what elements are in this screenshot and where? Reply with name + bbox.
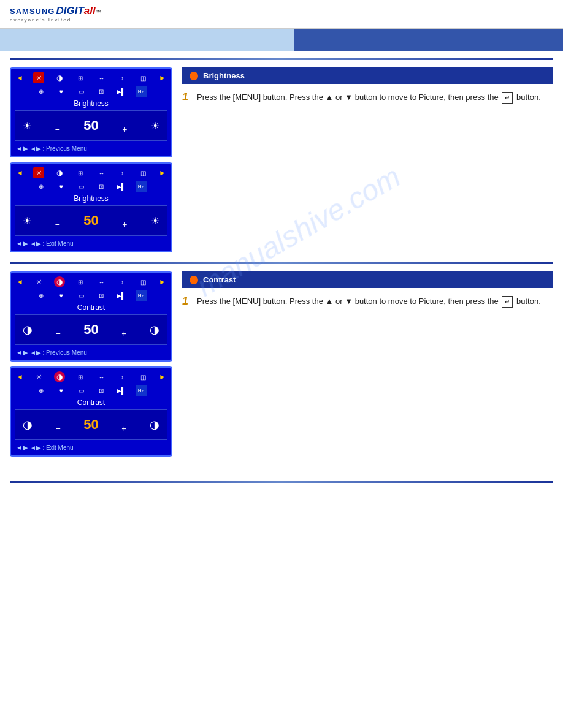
- brightness-step-1: 1 Press the [MENU] button. Press the ▲ o…: [182, 91, 553, 104]
- logo: SAMSUNG DIGITall ™ everyone's Invited: [10, 5, 101, 23]
- brightness-panel-2: ◄ ✳ ◑ ⊞ ↔ ↕ ◫ ► ⊕ ♥ ▭ ⊡ ▶▌ Hz: [10, 162, 172, 252]
- signal-icon-2: ⊡: [96, 181, 107, 192]
- signal-icon-c2: ⊡: [96, 385, 107, 396]
- contrast-step-1: 1 Press the [MENU] button. Press the ▲ o…: [182, 295, 553, 308]
- sun-right-icon-2: ☀: [151, 215, 159, 227]
- contrast-right-icon-2: ◑: [150, 418, 159, 431]
- right-arrow-icon-c2: ►: [159, 373, 166, 381]
- color-temp-icon-2: ↔: [96, 167, 107, 178]
- contrast-panel2-footer-text: ◄▶ : Exit Menu: [30, 444, 74, 451]
- left-arrow-icon-c2: ◄: [16, 373, 23, 381]
- right-arrow-icon: ►: [159, 74, 166, 82]
- hz-icon-c2: Hz: [136, 385, 147, 396]
- contrast-panel1-value: 50: [83, 322, 98, 338]
- position-icon: ⊕: [36, 86, 47, 97]
- left-arrow-icon-2: ◄: [16, 169, 23, 177]
- video-icon-c1: ▶▌: [115, 290, 126, 301]
- brightness-step-text: Press the [MENU] button. Press the ▲ or …: [197, 91, 541, 104]
- plus-icon: +: [122, 124, 127, 134]
- minus-icon: −: [55, 124, 60, 134]
- contrast-panel1-footer: ◄▶ ◄▶ : Previous Menu: [13, 347, 169, 358]
- sharpness-icon: ⊞: [75, 72, 86, 83]
- enter-icon-brightness: ↵: [502, 92, 513, 104]
- left-arrow-icon: ◄: [16, 74, 23, 82]
- contrast-panel1-title: Contrast: [13, 303, 169, 312]
- contrast-icon-c2: ◑: [54, 371, 65, 382]
- heart-icon-c1: ♥: [56, 290, 67, 301]
- contrast-left-icon-2: ◑: [23, 418, 33, 431]
- brightness-panel1-value-row: ☀ − 50 + ☀: [15, 110, 167, 141]
- brand-name: SAMSUNG: [10, 7, 55, 16]
- custom-icon-2: ◫: [138, 167, 149, 178]
- contrast-desc-header: Contrast: [182, 271, 553, 288]
- right-arrow-icon-c1: ►: [159, 278, 166, 286]
- signal-icon: ⊡: [96, 86, 107, 97]
- digit-part: DIGIT: [56, 5, 83, 17]
- brightness-panel1-footer: ◄▶ ◄▶ : Previous Menu: [13, 143, 169, 154]
- minus-icon-c2: −: [56, 423, 61, 433]
- brightness-desc-header: Brightness: [182, 67, 553, 84]
- contrast-icons-row-3: ◄ ✳ ◑ ⊞ ↔ ↕ ◫ ►: [13, 370, 169, 384]
- osd-icons-row-4: ⊕ ♥ ▭ ⊡ ▶▌ Hz: [13, 180, 169, 193]
- contrast-panel2-value: 50: [83, 417, 98, 433]
- contrast-icon: ◑: [54, 72, 65, 83]
- heart-icon-2: ♥: [56, 181, 67, 192]
- contrast-panel2-value-row: ◑ − 50 + ◑: [15, 409, 167, 440]
- main-content: ◄ ✳ ◑ ⊞ ↔ ↕ ◫ ► ⊕ ♥ ▭ ⊡ ▶▌ Hz: [0, 58, 563, 483]
- size-icon-c2: ↕: [117, 371, 128, 382]
- contrast-panel1-footer-text: ◄▶ : Previous Menu: [30, 349, 87, 356]
- footer-arrow-icon-2: ◄▶: [16, 240, 28, 248]
- signal-icon-c1: ⊡: [96, 290, 107, 301]
- size-icon-c1: ↕: [117, 276, 128, 287]
- right-arrow-icon-2: ►: [159, 169, 166, 177]
- video-icon-2: ▶▌: [115, 181, 126, 192]
- custom-icon-c2: ◫: [138, 371, 149, 382]
- all-part: all: [84, 5, 96, 17]
- hz-icon-2: Hz: [136, 181, 147, 192]
- plus-icon-c2: +: [121, 423, 126, 433]
- size-icon-2: ↕: [117, 167, 128, 178]
- contrast-icons-row-4: ⊕ ♥ ▭ ⊡ ▶▌ Hz: [13, 384, 169, 397]
- left-arrow-icon-c1: ◄: [16, 278, 23, 286]
- brightness-panel2-value-row: ☀ − 50 + ☀: [15, 205, 167, 236]
- section-divider-2: [10, 262, 553, 264]
- nav-bar: [0, 29, 563, 51]
- contrast-header-dot: [190, 276, 198, 284]
- position-icon-c2: ⊕: [36, 385, 47, 396]
- brightness-desc-column: Brightness 1 Press the [MENU] button. Pr…: [182, 67, 553, 252]
- brightness-panel1-footer-text: ◄▶ : Previous Menu: [30, 145, 87, 152]
- brightness-panel-1: ◄ ✳ ◑ ⊞ ↔ ↕ ◫ ► ⊕ ♥ ▭ ⊡ ▶▌ Hz: [10, 67, 172, 157]
- osd-icons-row-3: ◄ ✳ ◑ ⊞ ↔ ↕ ◫ ►: [13, 166, 169, 180]
- osd-icons-row-2: ⊕ ♥ ▭ ⊡ ▶▌ Hz: [13, 85, 169, 98]
- brightness-header-title: Brightness: [203, 71, 245, 80]
- contrast-icon-c1: ◑: [54, 276, 65, 287]
- contrast-left-icon: ◑: [23, 323, 33, 336]
- footer-arrow-icon: ◄▶: [16, 145, 28, 153]
- color-temp-icon-c2: ↔: [96, 371, 107, 382]
- position-icon-c1: ⊕: [36, 290, 47, 301]
- brightness-panel1-value: 50: [83, 118, 98, 134]
- monitor-icon-c2: ▭: [75, 385, 86, 396]
- color-temp-icon: ↔: [96, 72, 107, 83]
- contrast-panel-2: ◄ ✳ ◑ ⊞ ↔ ↕ ◫ ► ⊕ ♥ ▭ ⊡ ▶▌ Hz: [10, 366, 172, 457]
- contrast-section: ◄ ✳ ◑ ⊞ ↔ ↕ ◫ ► ⊕ ♥ ▭ ⊡ ▶▌ Hz: [10, 271, 553, 457]
- brightness-step-num: 1: [182, 91, 192, 102]
- plus-icon-2: +: [122, 219, 127, 229]
- minus-icon-2: −: [55, 219, 60, 229]
- brightness-icon-2: ✳: [33, 167, 44, 178]
- contrast-panel-1: ◄ ✳ ◑ ⊞ ↔ ↕ ◫ ► ⊕ ♥ ▭ ⊡ ▶▌ Hz: [10, 271, 172, 362]
- footer-arrow-icon-c2: ◄▶: [16, 444, 28, 452]
- contrast-right-icon: ◑: [150, 323, 159, 336]
- nav-bar-left: [0, 29, 294, 51]
- contrast-step-text: Press the [MENU] button. Press the ▲ or …: [197, 295, 541, 308]
- monitor-icon: ▭: [75, 86, 86, 97]
- contrast-step-num: 1: [182, 295, 192, 306]
- section-divider-1: [10, 58, 553, 60]
- sun-left-icon: ☀: [23, 120, 31, 132]
- color-temp-icon-c1: ↔: [96, 276, 107, 287]
- custom-icon: ◫: [138, 72, 149, 83]
- contrast-panel1-value-row: ◑ − 50 + ◑: [15, 314, 167, 345]
- osd-icons-row-1: ◄ ✳ ◑ ⊞ ↔ ↕ ◫ ►: [13, 71, 169, 85]
- brightness-panel2-footer-text: ◄▶ : Exit Menu: [30, 240, 74, 247]
- contrast-osd-column: ◄ ✳ ◑ ⊞ ↔ ↕ ◫ ► ⊕ ♥ ▭ ⊡ ▶▌ Hz: [10, 271, 172, 457]
